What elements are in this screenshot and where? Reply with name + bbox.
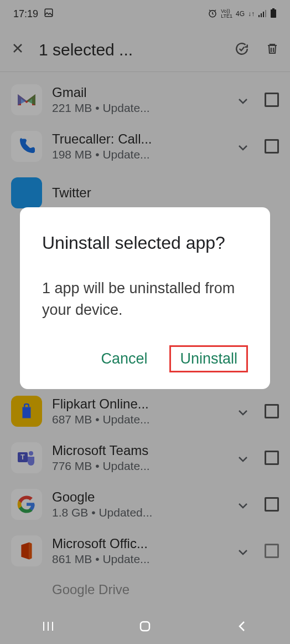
dialog-body: 1 app will be uninstalled from your devi… — [42, 278, 248, 321]
uninstall-button[interactable]: Uninstall — [169, 345, 248, 372]
back-button[interactable] — [234, 620, 250, 633]
recents-button[interactable] — [40, 620, 56, 633]
system-nav-bar — [0, 609, 290, 644]
svg-rect-11 — [141, 622, 149, 631]
cancel-button[interactable]: Cancel — [95, 347, 153, 371]
dialog-title: Uninstall selected app? — [42, 231, 248, 255]
uninstall-dialog: Uninstall selected app? 1 app will be un… — [20, 207, 270, 389]
home-button[interactable] — [137, 620, 153, 633]
